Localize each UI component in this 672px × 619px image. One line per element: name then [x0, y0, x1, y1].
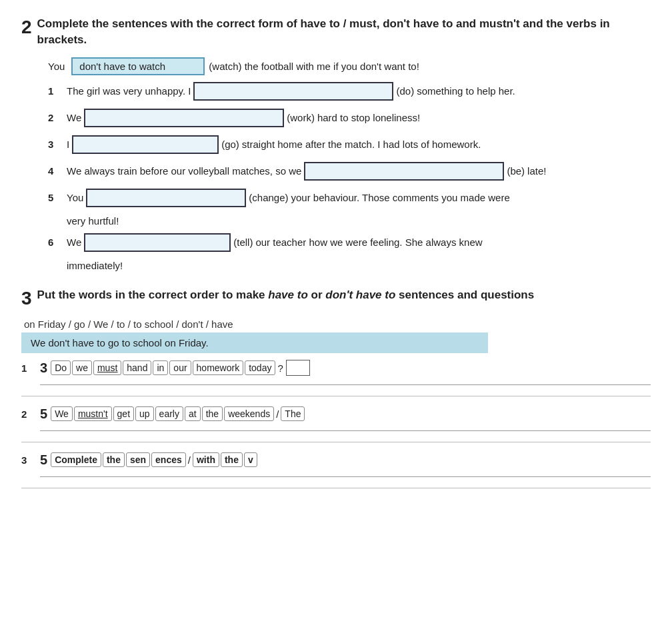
- exercise-3-title-end: sentences and questions: [395, 289, 534, 301]
- item-5-suffix: your behaviour. Those comments you made …: [291, 192, 510, 203]
- exercise-2-header: 2 Complete the sentences with the correc…: [21, 16, 651, 48]
- word-chip-with[interactable]: with: [193, 452, 219, 467]
- reorder-3-num: 3: [21, 454, 40, 466]
- example-prefix: You: [48, 61, 65, 72]
- exercise-3-section: 3 Put the words in the correct order to …: [21, 287, 651, 489]
- item-1-suffix: something to help her.: [417, 85, 515, 97]
- reorder-item-1: 1 3 Do we must hand in our homework toda…: [21, 360, 651, 385]
- reorder-row-3: 3 5 Complete the sen ences / with the v: [21, 452, 651, 468]
- word-chip-we2[interactable]: We: [51, 406, 73, 421]
- item-3-suffix: straight home after the match. I had lot…: [242, 139, 481, 150]
- item-5-verb: (change): [249, 192, 288, 203]
- item-1-input[interactable]: [193, 82, 393, 101]
- divider-2: [21, 442, 651, 442]
- answer-box-1[interactable]: [286, 360, 310, 376]
- item-5-prefix: You: [67, 192, 83, 203]
- word-chip-complete[interactable]: Complete: [51, 452, 101, 467]
- slash2: /: [188, 454, 191, 466]
- exercise-3-example-answer: We don't have to go to school on Friday.: [21, 332, 488, 353]
- exercise-3-title-plain: Put the words in the correct order to ma…: [37, 289, 269, 301]
- word-chip-the2[interactable]: The: [281, 406, 305, 421]
- word-chip-our[interactable]: our: [169, 360, 191, 375]
- word-chip-v[interactable]: v: [244, 452, 257, 467]
- divider-3: [21, 488, 651, 488]
- item-6-verb: (tell): [233, 237, 253, 248]
- word-chip-homework[interactable]: homework: [193, 360, 244, 375]
- word-chip-up[interactable]: up: [135, 406, 154, 421]
- exercise-2-item-2: 2 We (work) hard to stop loneliness!: [48, 109, 651, 127]
- exercise-2-title: Complete the sentences with the correct …: [37, 16, 651, 48]
- item-1-number: 1: [48, 85, 64, 97]
- item-2-verb: (work): [287, 112, 315, 123]
- example-filled-input: don't have to watch: [71, 57, 205, 75]
- item-1-prefix: The girl was very unhappy. I: [67, 85, 191, 97]
- item-3-input[interactable]: [72, 135, 219, 154]
- exercise-2-item-1: 1 The girl was very unhappy. I (do) some…: [48, 82, 651, 101]
- reorder-item-2: 2 5 We mustn't get up early at the weeke…: [21, 406, 651, 431]
- item-4-prefix: We always train before our volleyball ma…: [67, 165, 301, 177]
- item-6-input[interactable]: [84, 233, 231, 252]
- reorder-2-subnum: 5: [40, 406, 47, 422]
- exercise-2-item-6: 6 We (tell) our teacher how we were feel…: [48, 233, 651, 252]
- reorder-2-num: 2: [21, 408, 40, 420]
- item-6-number: 6: [48, 237, 64, 248]
- item-2-prefix: We: [67, 112, 81, 123]
- slash-separator: /: [276, 408, 279, 420]
- item-4-number: 4: [48, 165, 64, 177]
- reorder-item-3: 3 5 Complete the sen ences / with the v: [21, 452, 651, 477]
- exercise-3-title-middle: or: [308, 289, 325, 301]
- item-2-suffix: hard to stop loneliness!: [317, 112, 420, 123]
- word-chip-t[interactable]: the: [221, 452, 243, 467]
- word-chip-we1[interactable]: we: [72, 360, 92, 375]
- word-chip-sen[interactable]: sen: [126, 452, 150, 467]
- item-5-input[interactable]: [86, 189, 246, 207]
- item-4-suffix: late!: [527, 165, 546, 177]
- exercise-2-number: 2: [21, 16, 32, 39]
- example-row: You don't have to watch (watch) the foot…: [48, 57, 651, 75]
- divider-1: [21, 396, 651, 396]
- reorder-row-1: 1 3 Do we must hand in our homework toda…: [21, 360, 651, 376]
- exercise-2-items: 1 The girl was very unhappy. I (do) some…: [48, 82, 651, 271]
- reorder-2-answer-line: [40, 424, 651, 431]
- reorder-1-answer-line: [40, 378, 651, 385]
- word-chip-hand[interactable]: hand: [123, 360, 151, 375]
- reorder-row-2: 2 5 We mustn't get up early at the weeke…: [21, 406, 651, 422]
- word-chip-mustnt[interactable]: mustn't: [74, 406, 112, 421]
- exercise-3-example-prompt: on Friday / go / We / to / to school / d…: [24, 318, 651, 330]
- word-chip-must[interactable]: must: [93, 360, 121, 375]
- exercise-2-item-5: 5 You (change) your behaviour. Those com…: [48, 189, 651, 207]
- word-chip-do[interactable]: Do: [51, 360, 71, 375]
- example-suffix: (watch) the football with me if you don'…: [209, 61, 419, 72]
- item-2-input[interactable]: [84, 109, 284, 127]
- item-3-prefix: I: [67, 139, 69, 150]
- item-6-continuation: immediately!: [67, 260, 651, 271]
- word-chip-ences[interactable]: ences: [151, 452, 186, 467]
- item-3-verb: (go): [221, 139, 239, 150]
- exercise-2-section: 2 Complete the sentences with the correc…: [21, 16, 651, 271]
- word-chip-the[interactable]: the: [202, 406, 223, 421]
- item-6-prefix: We: [67, 237, 81, 248]
- word-chip-the3[interactable]: the: [103, 452, 125, 467]
- item-3-number: 3: [48, 139, 64, 150]
- item-4-verb: (be): [507, 165, 525, 177]
- item-5-continuation: very hurtful!: [67, 215, 651, 227]
- word-chip-in[interactable]: in: [153, 360, 168, 375]
- exercise-3-title-italic2: don't have to: [325, 289, 395, 301]
- exercise-3-title: Put the words in the correct order to ma…: [37, 287, 535, 303]
- word-chip-at[interactable]: at: [185, 406, 201, 421]
- exercise-3-header: 3 Put the words in the correct order to …: [21, 287, 651, 310]
- exercise-2-item-4: 4 We always train before our volleyball …: [48, 162, 651, 181]
- word-chip-get[interactable]: get: [113, 406, 134, 421]
- exercise-3-number: 3: [21, 287, 32, 310]
- reorder-1-subnum: 3: [40, 360, 47, 376]
- word-chip-today[interactable]: today: [245, 360, 275, 375]
- item-2-number: 2: [48, 112, 64, 123]
- word-chip-weekends[interactable]: weekends: [224, 406, 274, 421]
- item-1-verb: (do): [396, 85, 414, 97]
- reorder-3-answer-line: [40, 470, 651, 477]
- exercise-3-title-italic1: have to: [268, 289, 308, 301]
- word-chip-early[interactable]: early: [155, 406, 183, 421]
- exercise-2-item-3: 3 I (go) straight home after the match. …: [48, 135, 651, 154]
- reorder-3-subnum: 5: [40, 452, 47, 468]
- item-4-input[interactable]: [304, 162, 504, 181]
